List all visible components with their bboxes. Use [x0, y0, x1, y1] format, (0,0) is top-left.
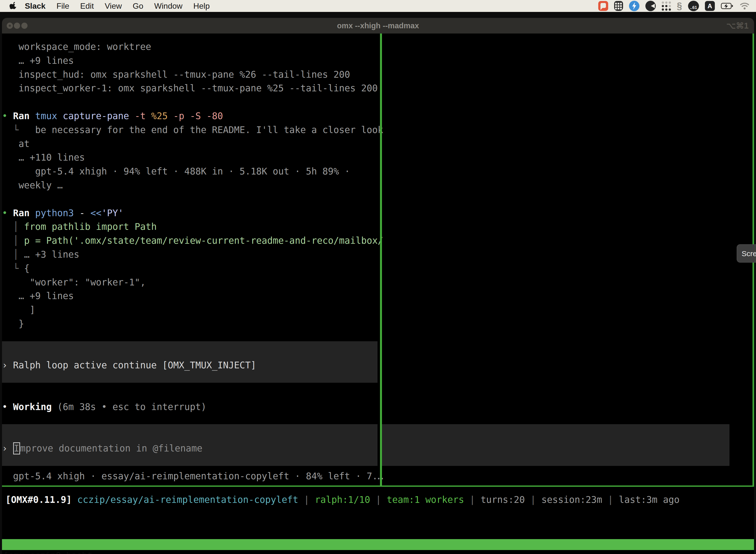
pane-bottom-border [2, 486, 754, 487]
hud-segment: | [525, 494, 542, 505]
media-circle-icon[interactable] [645, 0, 656, 11]
apple-logo [9, 1, 17, 10]
terminal-line: • Working (6m 38s • esc to interrupt) [2, 400, 206, 414]
terminal-line: │ p = Path('.omx/state/team/review-curre… [2, 234, 383, 248]
hud-segment: session:23m [542, 494, 602, 505]
menu-item-view[interactable]: View [105, 1, 122, 11]
menu-bar-left: Slack File Edit View Go Window Help [0, 1, 215, 11]
terminal-line: │ … +3 lines [2, 248, 79, 262]
terminal-line: at [2, 137, 29, 151]
window-title: omx --xhigh --madmax [2, 18, 754, 34]
pane-divider[interactable] [380, 34, 382, 486]
terminal-line: … +9 lines [2, 289, 74, 303]
menu-bar: Slack File Edit View Go Window Help [0, 0, 756, 12]
nine-dots-icon [662, 1, 671, 11]
battery-glyph [721, 2, 734, 9]
terminal-line: … +9 lines [2, 54, 74, 68]
wifi-icon[interactable] [740, 0, 750, 11]
hud-segment: | [602, 494, 619, 505]
tmux-status-bar: [omx-cczip0:bash* "MacBook-Pro-44.local"… [2, 539, 754, 550]
hud-segment: | [298, 494, 315, 505]
omx-hud-status-line: [OMX#0.11.9] cczip/essay/ai-reimplementa… [2, 493, 754, 506]
window-title-bar[interactable]: omx --xhigh --madmax ⌥⌘1 [2, 18, 754, 34]
slack-helper-icon[interactable] [598, 0, 608, 11]
terminal-line: … +110 lines [2, 151, 85, 165]
hud-segment: | [464, 494, 481, 505]
terminal-line: › Ralph loop active continue [OMX_TMUX_I… [2, 358, 256, 372]
terminal-line: gpt-5.4 xhigh · essay/ai-reimplementatio… [2, 469, 383, 483]
menu-item-go[interactable]: Go [133, 1, 143, 11]
terminal-line: weekly … [2, 178, 63, 192]
terminal-line: │ from pathlib import Path [2, 220, 157, 234]
terminal-line: inspect_hud: omx sparkshell --tmux-pane … [2, 68, 350, 82]
terminal-line: workspace_mode: worktree [2, 40, 151, 54]
hud-segment: turns:20 [481, 494, 525, 505]
tmux-session-window[interactable]: [omx-cczip0:bash* [3, 550, 92, 554]
menu-bar-status-icons: § ..61 A [598, 0, 756, 11]
play-wedge-icon [645, 1, 656, 11]
terminal-line: gpt-5.4 xhigh · 94% left · 488K in · 5.1… [2, 165, 350, 178]
count-badge: ..61 [688, 1, 699, 11]
menu-item-edit[interactable]: Edit [80, 1, 94, 11]
speech-bubble-icon [598, 1, 608, 11]
hud-segment: ralph:1/10 [315, 494, 370, 505]
lightning-badge-icon[interactable] [629, 0, 639, 11]
hud-segment: | [370, 494, 387, 505]
wifi-glyph [740, 2, 750, 10]
apple-menu-icon[interactable] [9, 1, 18, 11]
right-terminal-pane[interactable]: … +16 lines '{"team_name":"my-team","tas… [384, 34, 754, 486]
terminal-line: } [2, 317, 24, 331]
menu-item-window[interactable]: Window [154, 1, 183, 11]
hud-segment: team:1 workers [387, 494, 464, 505]
input-band[interactable] [382, 424, 730, 466]
text-cursor: I [13, 442, 20, 454]
desktop: Slack File Edit View Go Window Help [0, 0, 756, 554]
hud-segment: last:3m ago [619, 494, 680, 505]
badge-61-icon[interactable]: ..61 [688, 0, 699, 11]
left-terminal-pane[interactable]: workspace_mode: worktree … +9 lines insp… [2, 34, 382, 486]
grid-shield-icon [614, 1, 623, 11]
hud-segment: cczip/essay/ai-reimplementation-copyleft [77, 494, 298, 505]
input-source-icon[interactable]: A [705, 0, 715, 11]
terminal-window: omx --xhigh --madmax ⌥⌘1 workspace_mode:… [2, 18, 754, 554]
dots-grid-icon[interactable] [662, 0, 671, 11]
hud-segment: [OMX#0.11.9] [5, 494, 77, 505]
menu-app-name[interactable]: Slack [25, 1, 46, 11]
terminal-line: └ { [2, 262, 29, 276]
window-shortcut-hint: ⌥⌘1 [727, 18, 749, 34]
terminal-line: ] [2, 303, 35, 317]
terminal-line: "worker": "worker-1", [2, 276, 145, 289]
shield-grid-icon[interactable] [614, 0, 623, 11]
terminal-line: • Ran tmux capture-pane -t %25 -p -S -80 [2, 109, 223, 123]
keyboard-layout-badge: A [705, 1, 715, 11]
squiggle-icon[interactable]: § [677, 0, 682, 11]
menu-item-help[interactable]: Help [193, 1, 210, 11]
terminal-line: inspect_worker-1: omx sparkshell --tmux-… [2, 81, 378, 95]
terminal-line: › Improve documentation in @filename [2, 442, 202, 455]
terminal-line: • Ran python3 - <<'PY' [2, 206, 124, 220]
terminal-line: └ be necessary for the end of the README… [2, 123, 383, 137]
lightning-icon [629, 1, 639, 11]
battery-icon[interactable] [721, 0, 734, 11]
menu-item-file[interactable]: File [57, 1, 69, 11]
screen-tooltip: Scre [737, 244, 756, 263]
